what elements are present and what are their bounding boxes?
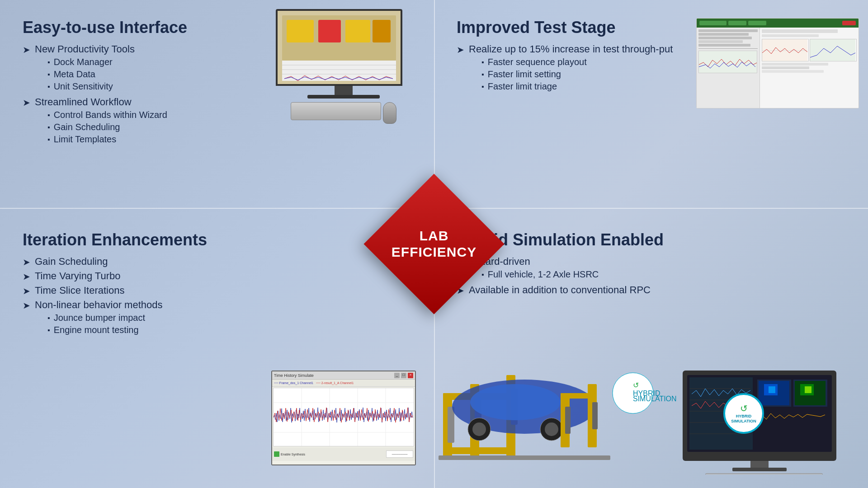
sub-list: Dock Manager Meta Data Unit Sensitivity — [35, 57, 135, 92]
app-screen — [697, 19, 859, 108]
list-item: ➤ Wizard-driven Full vehicle, 1-2 Axle H… — [457, 256, 845, 282]
bottom-right-list: ➤ Wizard-driven Full vehicle, 1-2 Axle H… — [457, 256, 845, 296]
svg-rect-58 — [769, 386, 775, 393]
list-item-label: Gain Scheduling — [35, 256, 108, 267]
svg-rect-62 — [750, 461, 769, 468]
sub-list: Control Bands within Wizard Gain Schedul… — [35, 110, 167, 145]
sub-item: Meta Data — [47, 69, 135, 80]
list-item: ➤ Non-linear behavior methods Jounce bum… — [23, 299, 411, 337]
svg-rect-40 — [439, 455, 610, 460]
svg-point-32 — [472, 422, 486, 436]
sub-item: Jounce bumper impact — [47, 313, 163, 323]
arrow-icon: ➤ — [23, 97, 30, 108]
list-item-label: Realize up to 15% increase in test throu… — [469, 43, 673, 55]
list-item: ➤ Available in addition to conventional … — [457, 284, 845, 296]
sub-item: Faster sequence playout — [481, 57, 673, 67]
hybrid-arrows-icon: ↺ — [740, 403, 748, 414]
svg-rect-25 — [443, 447, 515, 454]
sub-item: Control Bands within Wizard — [47, 110, 167, 120]
arrow-icon: ➤ — [23, 257, 30, 267]
top-right-quadrant: Improved Test Stage ➤ Realize up to 15% … — [434, 0, 868, 208]
hybrid-illustration: ↺ HYBRID SIMULATION — [434, 348, 859, 474]
list-item: ➤ Time Varying Turbo — [23, 270, 411, 282]
center-diamond-text: LAB EFFICIENCY — [392, 228, 476, 260]
pc-stand-neck — [335, 86, 353, 95]
hybrid-svg: ↺ HYBRID SIMULATION — [434, 348, 850, 474]
arrow-icon: ➤ — [23, 271, 30, 282]
bottom-left-list: ➤ Gain Scheduling ➤ Time Varying Turbo ➤… — [23, 256, 411, 337]
svg-rect-26 — [448, 407, 454, 443]
list-item-label: Time Slice Iterations — [35, 285, 124, 296]
app-main-area — [760, 28, 859, 108]
svg-rect-63 — [732, 468, 787, 471]
svg-point-34 — [545, 422, 558, 436]
hybrid-simulation-badge: ↺ HYBRID SIMULATION — [723, 393, 764, 434]
svg-rect-6 — [282, 61, 396, 81]
pc-stand-base — [307, 95, 380, 99]
svg-text:↺: ↺ — [633, 381, 639, 389]
bottom-left-quadrant: Iteration Enhancements ➤ Gain Scheduling… — [0, 208, 434, 488]
hybrid-badge-text: HYBRID SIMULATION — [731, 414, 756, 424]
mouse — [383, 102, 396, 124]
keyboard — [291, 102, 381, 120]
svg-rect-38 — [565, 407, 571, 434]
keyboard-area — [276, 102, 411, 124]
screen-content-svg — [278, 11, 401, 84]
svg-point-30 — [470, 384, 561, 420]
sub-item: Faster limit setting — [481, 69, 673, 80]
diamond-line1: LAB — [420, 228, 449, 243]
bottom-left-title: Iteration Enhancements — [23, 230, 411, 249]
list-item-label: New Productivity Tools — [35, 43, 135, 55]
svg-rect-4 — [345, 20, 370, 42]
sub-item: Full vehicle, 1-2 Axle HSRC — [481, 269, 599, 280]
sub-item: Unit Sensitivity — [47, 81, 135, 92]
svg-rect-61 — [805, 386, 811, 393]
center-diamond-container: LAB EFFICIENCY — [375, 185, 493, 303]
sub-list: Jounce bumper impact Engine mount testin… — [35, 313, 163, 335]
sub-list: Faster sequence playout Faster limit set… — [469, 57, 673, 92]
svg-rect-64 — [705, 474, 823, 474]
app-sidebar — [697, 28, 760, 108]
sub-item: Limit Templates — [47, 134, 167, 145]
svg-text:SIMULATION: SIMULATION — [633, 395, 677, 403]
svg-rect-5 — [373, 20, 391, 42]
svg-rect-37 — [561, 393, 597, 399]
sub-item: Gain Scheduling — [47, 122, 167, 132]
list-item-label: Non-linear behavior methods — [35, 299, 163, 310]
arrow-icon: ➤ — [23, 300, 30, 311]
diamond-line2: EFFICIENCY — [392, 244, 476, 259]
svg-rect-2 — [287, 20, 314, 42]
list-item: ➤ Time Slice Iterations — [23, 285, 411, 296]
arrow-icon: ➤ — [23, 286, 30, 296]
bottom-right-quadrant: Hybrid Simulation Enabled ➤ Wizard-drive… — [434, 208, 868, 488]
pc-screen — [276, 9, 402, 86]
svg-rect-3 — [318, 20, 341, 42]
sub-item: Faster limit triage — [481, 81, 673, 92]
bottom-right-title: Hybrid Simulation Enabled — [457, 230, 845, 249]
time-history-screenshot: Time History Simulate _ □ × ── Frame_dos… — [271, 371, 416, 465]
list-item-label: Streamlined Workflow — [35, 96, 132, 108]
top-left-quadrant: Easy-to-use Interface ➤ New Productivity… — [0, 0, 434, 208]
list-item: ➤ Gain Scheduling — [23, 256, 411, 267]
test-stage-screenshot — [696, 18, 859, 108]
app-content — [697, 28, 859, 108]
arrow-icon: ➤ — [23, 44, 30, 55]
list-item-label: Available in addition to conventional RP… — [469, 284, 651, 296]
sub-item: Engine mount testing — [47, 325, 163, 335]
sub-item: Dock Manager — [47, 57, 135, 67]
list-item-label: Time Varying Turbo — [35, 270, 121, 282]
arrow-icon: ➤ — [457, 44, 464, 55]
pc-illustration — [276, 9, 411, 113]
svg-rect-39 — [592, 402, 598, 429]
